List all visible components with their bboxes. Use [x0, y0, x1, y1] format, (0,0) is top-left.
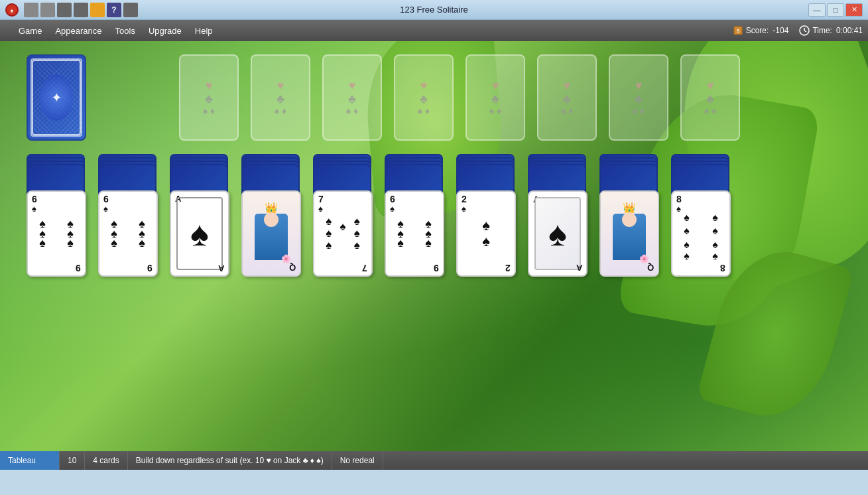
foundation-symbol-4: ♥ ♣ ♠ ♦ — [418, 80, 430, 115]
pile-4-stack: Q ♠ 👑 🌸 — [241, 154, 301, 277]
tableau-pile-9: Q ♠ 👑 🌸 Q — [599, 154, 659, 277]
foundation-symbol-2: ♥ ♣ ♠ ♦ — [275, 80, 286, 115]
status-count-value: 10 — [68, 456, 76, 465]
pile-8-stack: A ♠ A — [528, 154, 588, 277]
time-label: Time: — [812, 26, 832, 35]
app-icon: ♠ — [5, 3, 19, 17]
clock-icon — [799, 25, 810, 36]
toolbar: Game Appearance Tools Upgrade Help $ Sco… — [0, 20, 868, 41]
back-icon[interactable] — [24, 3, 38, 17]
status-count: 10 — [60, 451, 85, 470]
tableau-pile-3: A ♠ A — [170, 154, 229, 277]
status-rule: Build down regardless of suit (ex. 10 ♥ … — [128, 451, 332, 470]
status-cards-label: 4 cards — [93, 456, 119, 465]
score-display: $ Score: -104 — [733, 25, 789, 36]
stock-card-back[interactable]: ✦ — [27, 54, 86, 141]
maximize-button[interactable]: □ — [827, 3, 844, 17]
pile-3-top-card[interactable]: A ♠ A — [170, 190, 229, 277]
pile-6-stack: 6 ♠ ♠ ♠ ♠ ♠ ♠ ♠ 9 — [385, 154, 444, 277]
status-rule-text: Build down regardless of suit (ex. 10 ♥ … — [136, 456, 324, 465]
menu-upgrade[interactable]: Upgrade — [142, 23, 188, 38]
tableau-pile-10: 8 ♠ ♠ ♠ ♠ ♠ ♠ ♠ ♠ ♠ 8 — [671, 154, 731, 277]
menubar: Game Appearance Tools Upgrade Help — [12, 23, 219, 38]
pile-10-stack: 8 ♠ ♠ ♠ ♠ ♠ ♠ ♠ ♠ ♠ 8 — [671, 154, 731, 277]
tableau-pile-6: 6 ♠ ♠ ♠ ♠ ♠ ♠ ♠ 9 — [385, 154, 444, 277]
pile-2-stack: 6 ♠ ♠ ♠ ♠ ♠ ♠ ♠ 9 — [98, 154, 158, 277]
score-icon: $ — [733, 25, 743, 36]
pile-2-top-card[interactable]: 6 ♠ ♠ ♠ ♠ ♠ ♠ ♠ 9 — [98, 190, 158, 277]
svg-line-6 — [804, 31, 806, 32]
foundation-slot-6[interactable]: ♥ ♣ ♠ ♦ — [537, 54, 597, 141]
extra-icon[interactable] — [123, 3, 138, 17]
foundation-symbol-8: ♥ ♣ ♠ ♦ — [704, 80, 716, 115]
toolbar-right: $ Score: -104 Time: 0:00:41 — [733, 25, 863, 36]
foundation-symbol-7: ♥ ♣ ♠ ♦ — [633, 80, 645, 115]
pile-1-top-card[interactable]: 6 ♠ ♠ ♠ ♠ ♠ ♠ ♠ 9 — [27, 190, 86, 277]
pile-9-stack: Q ♠ 👑 🌸 Q — [599, 154, 659, 277]
help-icon[interactable]: ? — [107, 3, 121, 17]
hint-icon[interactable] — [90, 3, 105, 17]
foundation-slot-1[interactable]: ♥ ♣ ♠ ♦ — [179, 54, 239, 141]
pile-7-top-card[interactable]: 2 ♠ ♠ ♠ 2 — [456, 190, 516, 277]
foundation-slot-5[interactable]: ♥ ♣ ♠ ♦ — [465, 54, 525, 141]
pile-5-stack: 7 ♠ ♠ ♠ ♠ ♠ ♠ ♠ ♠ 7 — [313, 154, 373, 277]
tableau-pile-7: 2 ♠ ♠ ♠ 2 — [456, 154, 516, 277]
pile-3-stack: A ♠ A — [170, 154, 229, 277]
menu-tools[interactable]: Tools — [109, 23, 142, 38]
refresh-icon[interactable] — [57, 3, 72, 17]
foundation-slot-3[interactable]: ♥ ♣ ♠ ♦ — [322, 54, 382, 141]
score-label: Score: — [746, 26, 769, 35]
minimize-button[interactable]: — — [808, 3, 826, 17]
foundation-slot-2[interactable]: ♥ ♣ ♠ ♦ — [251, 54, 310, 141]
pile-9-top-card[interactable]: Q ♠ 👑 🌸 Q — [599, 190, 659, 277]
forward-icon[interactable] — [40, 3, 55, 17]
score-value: -104 — [773, 26, 788, 35]
foundation-symbol-6: ♥ ♣ ♠ ♦ — [561, 80, 573, 115]
pile-1-stack: 6 ♠ ♠ ♠ ♠ ♠ ♠ ♠ 9 — [27, 154, 86, 277]
titlebar-left: ♠ ? — [5, 3, 138, 17]
pile-7-stack: 2 ♠ ♠ ♠ 2 — [456, 154, 516, 277]
game-area: ✦ ♥ ♣ ♠ ♦ ♥ ♣ ♠ ♦ ♥ — [0, 41, 868, 470]
foundation-symbol-5: ♥ ♣ ♠ ♦ — [489, 80, 501, 115]
foundation-slot-4[interactable]: ♥ ♣ ♠ ♦ — [394, 54, 454, 141]
pile-8-top-card[interactable]: A ♠ A — [528, 190, 588, 277]
titlebar-controls: — □ ✕ — [808, 3, 863, 17]
tableau-pile-4: Q ♠ 👑 🌸 — [241, 154, 301, 277]
pile-4-top-card[interactable]: Q ♠ 👑 🌸 — [241, 190, 301, 277]
time-value: 0:00:41 — [836, 26, 863, 35]
menu-game[interactable]: Game — [12, 23, 48, 38]
close-button[interactable]: ✕ — [845, 3, 863, 17]
status-cards: 4 cards — [85, 451, 127, 470]
titlebar-title: 123 Free Solitaire — [400, 5, 468, 15]
foundation-slot-8[interactable]: ♥ ♣ ♠ ♦ — [680, 54, 740, 141]
svg-text:$: $ — [736, 28, 739, 34]
foundation-slot-7[interactable]: ♥ ♣ ♠ ♦ — [609, 54, 668, 141]
redo-icon[interactable] — [74, 3, 88, 17]
titlebar: ♠ ? 123 Free Solitaire — □ ✕ — [0, 0, 868, 20]
tableau-pile-5: 7 ♠ ♠ ♠ ♠ ♠ ♠ ♠ ♠ 7 — [313, 154, 373, 277]
statusbar: Tableau 10 4 cards Build down regardless… — [0, 451, 868, 470]
svg-text:♠: ♠ — [11, 7, 14, 14]
status-mode: Tableau — [0, 451, 60, 470]
tableau-pile-8: A ♠ A — [528, 154, 588, 277]
tableau-pile-2: 6 ♠ ♠ ♠ ♠ ♠ ♠ ♠ 9 — [98, 154, 158, 277]
foundation-area: ♥ ♣ ♠ ♦ ♥ ♣ ♠ ♦ ♥ ♣ ♠ ♦ ♥ ♣ — [179, 54, 740, 141]
status-redeal: No redeal — [332, 451, 383, 470]
foundation-symbol-1: ♥ ♣ ♠ ♦ — [203, 80, 215, 115]
foundation-symbol-3: ♥ ♣ ♠ ♦ — [346, 80, 358, 115]
status-mode-label: Tableau — [8, 456, 36, 465]
pile-6-top-card[interactable]: 6 ♠ ♠ ♠ ♠ ♠ ♠ ♠ 9 — [385, 190, 444, 277]
menu-help[interactable]: Help — [188, 23, 219, 38]
status-redeal-label: No redeal — [340, 456, 375, 465]
tableau-area: 6 ♠ ♠ ♠ ♠ ♠ ♠ ♠ 9 — [27, 154, 731, 277]
pile-10-top-card[interactable]: 8 ♠ ♠ ♠ ♠ ♠ ♠ ♠ ♠ ♠ 8 — [671, 190, 731, 277]
stock-pile[interactable]: ✦ — [27, 54, 86, 141]
menu-appearance[interactable]: Appearance — [48, 23, 108, 38]
pile-5-top-card[interactable]: 7 ♠ ♠ ♠ ♠ ♠ ♠ ♠ ♠ 7 — [313, 190, 373, 277]
time-display: Time: 0:00:41 — [799, 25, 863, 36]
tableau-pile-1: 6 ♠ ♠ ♠ ♠ ♠ ♠ ♠ 9 — [27, 154, 86, 277]
